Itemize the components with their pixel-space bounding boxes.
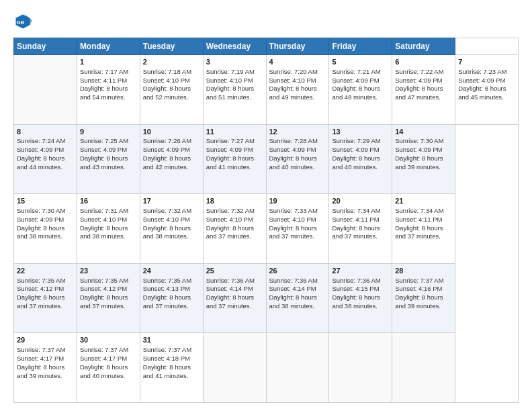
daylight-text: Daylight: 8 hours and 38 minutes.: [17, 224, 64, 240]
sunrise-text: Sunrise: 7:37 AM: [80, 346, 128, 353]
sunset-text: Sunset: 4:09 PM: [332, 77, 379, 84]
calendar-week-row: 29Sunrise: 7:37 AMSunset: 4:17 PMDayligh…: [14, 333, 519, 403]
calendar-day-cell: 19Sunrise: 7:33 AMSunset: 4:10 PMDayligh…: [266, 194, 329, 264]
sunrise-text: Sunrise: 7:34 AM: [395, 207, 443, 214]
daylight-text: Daylight: 8 hours and 40 minutes.: [80, 363, 128, 379]
calendar-week-row: 8Sunrise: 7:24 AMSunset: 4:09 PMDaylight…: [14, 124, 519, 194]
sunrise-text: Sunrise: 7:32 AM: [143, 207, 191, 214]
calendar-day-cell: 26Sunrise: 7:36 AMSunset: 4:14 PMDayligh…: [266, 263, 329, 333]
calendar-header-saturday: Saturday: [392, 38, 455, 55]
sunrise-text: Sunrise: 7:29 AM: [332, 137, 380, 144]
calendar-day-cell: 9Sunrise: 7:25 AMSunset: 4:09 PMDaylight…: [77, 124, 140, 194]
calendar-day-cell: 25Sunrise: 7:36 AMSunset: 4:14 PMDayligh…: [203, 263, 266, 333]
sunrise-text: Sunrise: 7:22 AM: [395, 68, 443, 75]
day-number: 17: [143, 196, 200, 206]
sunset-text: Sunset: 4:15 PM: [332, 285, 379, 292]
sunset-text: Sunset: 4:14 PM: [206, 285, 253, 292]
day-number: 1: [80, 57, 137, 67]
day-number: 30: [80, 335, 137, 345]
calendar-day-cell: 22Sunrise: 7:35 AMSunset: 4:12 PMDayligh…: [14, 263, 77, 333]
calendar-day-cell: 12Sunrise: 7:28 AMSunset: 4:09 PMDayligh…: [266, 124, 329, 194]
daylight-text: Daylight: 8 hours and 40 minutes.: [269, 154, 317, 171]
day-number: 4: [269, 57, 326, 67]
calendar-day-cell: [329, 333, 392, 403]
daylight-text: Daylight: 8 hours and 47 minutes.: [395, 85, 443, 101]
sunrise-text: Sunrise: 7:19 AM: [206, 68, 255, 75]
logo: GB: [13, 12, 35, 31]
sunrise-text: Sunrise: 7:28 AM: [269, 137, 318, 144]
sunset-text: Sunset: 4:10 PM: [206, 216, 253, 223]
daylight-text: Daylight: 8 hours and 39 minutes.: [395, 293, 443, 310]
day-number: 14: [395, 127, 452, 137]
calendar-day-cell: 23Sunrise: 7:35 AMSunset: 4:12 PMDayligh…: [77, 263, 140, 333]
day-number: 5: [332, 57, 389, 67]
day-number: 19: [269, 196, 326, 206]
sunrise-text: Sunrise: 7:34 AM: [332, 207, 380, 214]
day-number: 3: [206, 57, 263, 67]
daylight-text: Daylight: 8 hours and 38 minutes.: [80, 224, 128, 240]
day-number: 6: [395, 57, 452, 67]
day-number: 11: [206, 127, 263, 137]
sunset-text: Sunset: 4:09 PM: [143, 146, 190, 153]
calendar-day-cell: 3Sunrise: 7:19 AMSunset: 4:10 PMDaylight…: [203, 55, 266, 125]
calendar-day-cell: 16Sunrise: 7:31 AMSunset: 4:10 PMDayligh…: [77, 194, 140, 264]
day-number: 27: [332, 266, 389, 276]
page: GB SundayMondayTuesdayWednesdayThursdayF…: [0, 0, 532, 411]
daylight-text: Daylight: 8 hours and 51 minutes.: [206, 85, 254, 101]
daylight-text: Daylight: 8 hours and 37 minutes.: [332, 224, 380, 240]
day-number: 18: [206, 196, 263, 206]
calendar-header-tuesday: Tuesday: [140, 38, 203, 55]
daylight-text: Daylight: 8 hours and 39 minutes.: [17, 363, 64, 379]
sunset-text: Sunset: 4:16 PM: [395, 285, 442, 292]
daylight-text: Daylight: 8 hours and 37 minutes.: [206, 224, 254, 240]
day-number: 8: [17, 127, 74, 137]
calendar-week-row: 22Sunrise: 7:35 AMSunset: 4:12 PMDayligh…: [14, 263, 519, 333]
sunset-text: Sunset: 4:09 PM: [458, 77, 505, 84]
calendar-header-wednesday: Wednesday: [203, 38, 266, 55]
calendar-day-cell: 15Sunrise: 7:30 AMSunset: 4:09 PMDayligh…: [14, 194, 77, 264]
day-number: 2: [143, 57, 200, 67]
sunrise-text: Sunrise: 7:25 AM: [80, 137, 128, 144]
daylight-text: Daylight: 8 hours and 42 minutes.: [143, 154, 191, 171]
day-number: 31: [143, 335, 200, 345]
sunset-text: Sunset: 4:14 PM: [269, 285, 316, 292]
sunrise-text: Sunrise: 7:21 AM: [332, 68, 380, 75]
day-number: 10: [143, 127, 200, 137]
sunrise-text: Sunrise: 7:17 AM: [80, 68, 128, 75]
sunrise-text: Sunrise: 7:36 AM: [269, 277, 318, 284]
daylight-text: Daylight: 8 hours and 40 minutes.: [332, 154, 380, 171]
svg-text:GB: GB: [16, 19, 24, 26]
calendar-day-cell: 17Sunrise: 7:32 AMSunset: 4:10 PMDayligh…: [140, 194, 203, 264]
daylight-text: Daylight: 8 hours and 43 minutes.: [80, 154, 128, 171]
sunset-text: Sunset: 4:10 PM: [80, 216, 127, 223]
daylight-text: Daylight: 8 hours and 49 minutes.: [269, 85, 317, 101]
calendar-day-cell: 5Sunrise: 7:21 AMSunset: 4:09 PMDaylight…: [329, 55, 392, 125]
sunset-text: Sunset: 4:09 PM: [395, 146, 442, 153]
sunrise-text: Sunrise: 7:35 AM: [80, 277, 128, 284]
calendar-day-cell: 2Sunrise: 7:18 AMSunset: 4:10 PMDaylight…: [140, 55, 203, 125]
daylight-text: Daylight: 8 hours and 37 minutes.: [395, 224, 443, 240]
day-number: 22: [17, 266, 74, 276]
calendar-day-cell: 30Sunrise: 7:37 AMSunset: 4:17 PMDayligh…: [77, 333, 140, 403]
sunset-text: Sunset: 4:10 PM: [206, 77, 253, 84]
sunset-text: Sunset: 4:11 PM: [80, 77, 127, 84]
sunrise-text: Sunrise: 7:30 AM: [17, 207, 65, 214]
calendar-day-cell: 27Sunrise: 7:36 AMSunset: 4:15 PMDayligh…: [329, 263, 392, 333]
daylight-text: Daylight: 8 hours and 45 minutes.: [458, 85, 506, 101]
calendar-day-cell: 11Sunrise: 7:27 AMSunset: 4:09 PMDayligh…: [203, 124, 266, 194]
sunset-text: Sunset: 4:10 PM: [143, 77, 190, 84]
daylight-text: Daylight: 8 hours and 38 minutes.: [143, 224, 191, 240]
daylight-text: Daylight: 8 hours and 52 minutes.: [143, 85, 191, 101]
calendar-header-monday: Monday: [77, 38, 140, 55]
daylight-text: Daylight: 8 hours and 37 minutes.: [143, 293, 191, 310]
calendar-day-cell: [266, 333, 329, 403]
sunrise-text: Sunrise: 7:32 AM: [206, 207, 255, 214]
calendar-day-cell: 10Sunrise: 7:26 AMSunset: 4:09 PMDayligh…: [140, 124, 203, 194]
day-number: 20: [332, 196, 389, 206]
sunset-text: Sunset: 4:13 PM: [143, 285, 190, 292]
sunrise-text: Sunrise: 7:37 AM: [143, 346, 191, 353]
day-number: 7: [458, 57, 515, 67]
sunset-text: Sunset: 4:10 PM: [269, 77, 316, 84]
daylight-text: Daylight: 8 hours and 54 minutes.: [80, 85, 128, 101]
sunrise-text: Sunrise: 7:30 AM: [395, 137, 443, 144]
